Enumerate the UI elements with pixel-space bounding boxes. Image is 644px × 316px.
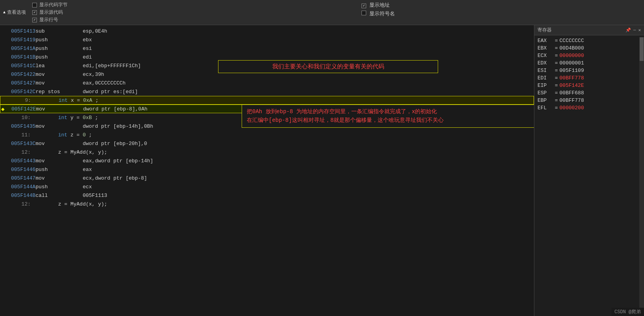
right-options-group: ✓ 显示地址 显示符号名 — [361, 2, 395, 17]
asm-line-1419: 005F1419 push ebx — [0, 35, 534, 44]
options-bar: ▲ 查看选项 显示代码字节 ✓ 显示源代码 ✓ 显示行号 ✓ 显示地址 显示符号… — [0, 0, 644, 25]
options-title: ▲ 查看选项 — [3, 9, 26, 16]
reg-eax: EAX = CCCCCCCC — [538, 37, 641, 44]
main-area: 我们主要关心和我们定义的变量有关的代码 005F1413 sub esp,0E4… — [0, 25, 644, 316]
reg-close-icon[interactable]: ✕ — [638, 28, 641, 33]
checkbox-lineno[interactable]: ✓ — [32, 18, 37, 22]
annotation-bottom: 把0Ah 放到ebp-8 为地址的内存空间里，一条汇编指令就完成了，x的初始化 … — [242, 105, 534, 128]
status-bar: CSDN @爬弟 — [611, 308, 644, 316]
checkbox-bytes[interactable] — [32, 3, 37, 7]
asm-line-144a: 005F144A push ecx — [0, 182, 534, 191]
reg-vscroll-thumb[interactable] — [640, 37, 644, 61]
register-list: EAX = CCCCCCCC EBX = 00D4B000 ECX = 0000… — [534, 35, 644, 316]
checkbox-source[interactable]: ✓ — [32, 10, 37, 15]
asm-line-1413: 005F1413 sub esp,0E4h — [0, 27, 534, 35]
opt-lineno[interactable]: ✓ 显示行号 — [32, 17, 68, 23]
asm-line-1443: 005F1443 mov eax,dword ptr [ebp-14h] — [0, 156, 534, 165]
asm-line-143c: 005F143C mov dword ptr [ebp-20h],0 — [0, 139, 534, 148]
reg-ebp: EBP = 00BFF778 — [538, 97, 641, 104]
annotation-top: 我们主要关心和我们定义的变量有关的代码 — [218, 60, 438, 73]
arrow-indicator: ◆ — [1, 106, 4, 112]
src-line-9: 9: int x = 0xA ; — [0, 96, 534, 105]
asm-line-1447: 005F1447 mov ecx,dword ptr [ebp-8] — [0, 174, 534, 182]
checkbox-symname[interactable] — [361, 11, 366, 15]
asm-line-142c: 005F142C rep stos dword ptr es:[edi] — [0, 87, 534, 96]
collapse-icon[interactable]: ▲ — [3, 10, 6, 15]
reg-eip: EIP = 005F142E — [538, 82, 641, 89]
reg-esp: ESP = 00BFF688 — [538, 89, 641, 97]
register-panel: 寄存器 📌 ─ ✕ EAX = CCCCCCCC EBX = 00D4B000 — [534, 25, 644, 316]
reg-edi: EDI = 00BFF778 — [538, 74, 641, 82]
reg-pin-icon[interactable]: 📌 — [626, 28, 631, 33]
asm-line-144b: 005F144B call 005F1113 — [0, 191, 534, 200]
opt-bytes[interactable]: 显示代码字节 — [32, 2, 68, 8]
reg-vscrollbar[interactable] — [639, 37, 644, 316]
reg-ecx: ECX = 00000000 — [538, 52, 641, 59]
reg-minimize-icon[interactable]: ─ — [633, 28, 636, 33]
disasm-panel[interactable]: 我们主要关心和我们定义的变量有关的代码 005F1413 sub esp,0E4… — [0, 25, 534, 316]
src-line-12a: 12: z = MyAdd(x, y); — [0, 148, 534, 156]
asm-line-1446: 005F1446 push eax — [0, 165, 534, 174]
opt-source[interactable]: ✓ 显示源代码 — [32, 9, 68, 16]
src-line-12b: 12: z = MyAdd(x, y); — [0, 200, 534, 208]
reg-edx: EDX = 00000001 — [538, 59, 641, 67]
annotation-container: 10: int y = 0xB ; 005F1435 mov dword ptr… — [0, 113, 534, 130]
display-options: 显示代码字节 ✓ 显示源代码 ✓ 显示行号 — [32, 2, 68, 23]
reg-efl: EFL = 00000200 — [538, 104, 641, 112]
opt-addr[interactable]: ✓ 显示地址 — [361, 2, 395, 9]
reg-esi: ESI = 005F1109 — [538, 67, 641, 74]
register-panel-header: 寄存器 📌 ─ ✕ — [534, 25, 644, 35]
asm-line-141a: 005F141A push esi — [0, 44, 534, 53]
src-line-11: 11: int z = 0 ; — [0, 130, 534, 139]
checkbox-addr[interactable]: ✓ — [361, 4, 366, 8]
reg-header-controls: 📌 ─ ✕ — [626, 28, 641, 33]
asm-line-1427: 005F1427 mov eax,0CCCCCCCCh — [0, 79, 534, 87]
opt-symname[interactable]: 显示符号名 — [361, 10, 395, 17]
reg-ebx: EBX = 00D4B000 — [538, 44, 641, 52]
code-container: 005F1413 sub esp,0E4h 005F1419 push ebx … — [0, 27, 534, 208]
